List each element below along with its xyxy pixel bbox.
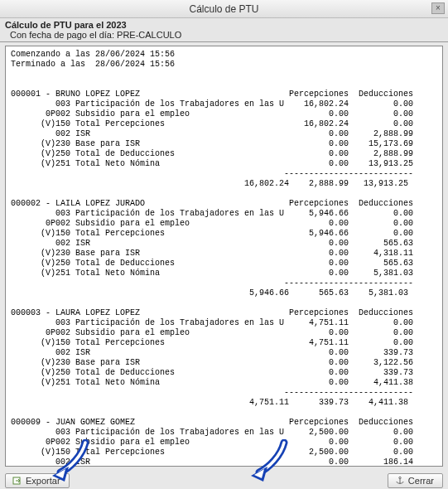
button-bar: Exportar Cerrar <box>0 470 448 489</box>
report-content: Comenzando a las 28/06/2024 15:56 Termin… <box>11 50 437 467</box>
close-label: Cerrar <box>408 476 434 486</box>
export-label: Exportar <box>26 476 60 486</box>
svg-point-1 <box>399 477 401 478</box>
window-title: Cálculo de PTU <box>189 3 258 15</box>
header-line1: Cálculo de PTU para el 2023 <box>5 20 443 30</box>
close-button[interactable]: Cerrar <box>388 473 443 488</box>
report-textarea[interactable]: Comenzando a las 28/06/2024 15:56 Termin… <box>5 46 443 467</box>
export-button[interactable]: Exportar <box>5 473 70 488</box>
window-close-button[interactable]: × <box>431 2 445 14</box>
header-line2: Con fecha de pago el día: PRE-CALCULO <box>5 30 443 40</box>
export-icon <box>12 476 22 486</box>
title-bar: Cálculo de PTU × <box>0 0 448 18</box>
anchor-icon <box>395 476 405 486</box>
report-header: Cálculo de PTU para el 2023 Con fecha de… <box>0 18 448 42</box>
